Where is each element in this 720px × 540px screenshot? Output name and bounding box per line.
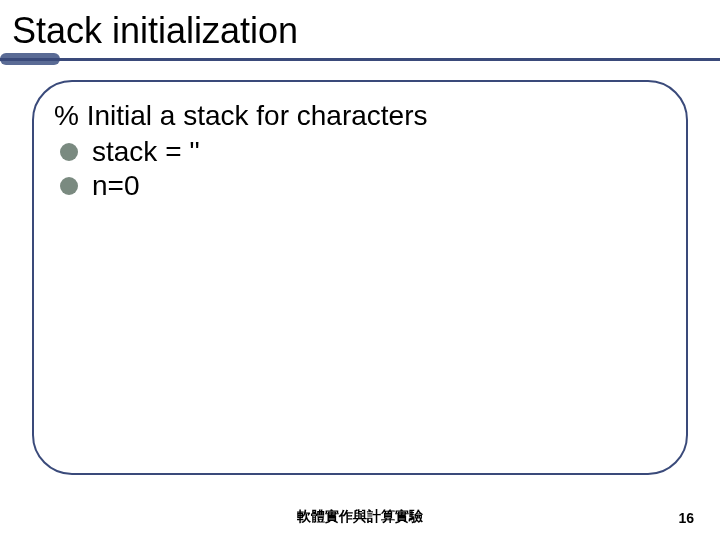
content-box: % Initial a stack for characters stack =… xyxy=(32,80,688,475)
bullet-text: n=0 xyxy=(92,170,140,202)
bullet-item: n=0 xyxy=(54,170,666,202)
slide-title: Stack initialization xyxy=(12,10,298,52)
bullet-text: stack = '' xyxy=(92,136,200,168)
page-number: 16 xyxy=(678,510,694,526)
bullet-item: stack = '' xyxy=(54,136,666,168)
footer-text: 軟體實作與計算實驗 xyxy=(0,508,720,526)
bullet-icon xyxy=(60,177,78,195)
comment-line: % Initial a stack for characters xyxy=(54,100,666,132)
title-rule xyxy=(0,58,720,61)
bullet-icon xyxy=(60,143,78,161)
